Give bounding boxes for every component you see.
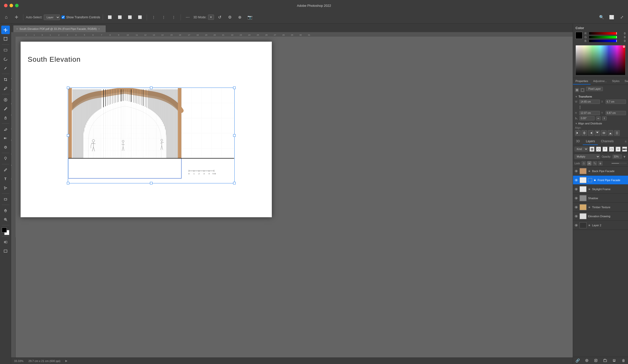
eraser-tool[interactable] — [1, 125, 10, 133]
layer-item-timber[interactable]: Timber Texture — [573, 203, 628, 212]
handle-top-right[interactable] — [233, 87, 236, 89]
x-input[interactable] — [606, 100, 626, 104]
align-h-center-btn[interactable] — [582, 130, 587, 136]
canvas-scroll[interactable]: South Elevation — [16, 37, 573, 357]
search-button[interactable]: 🔍 — [597, 13, 606, 22]
align-left-edge-btn[interactable] — [575, 130, 581, 136]
blur-tool[interactable] — [1, 143, 10, 152]
layer-visibility-back-pipe[interactable] — [574, 169, 578, 173]
auto-select-dropdown[interactable]: Layer Group — [44, 15, 60, 20]
fill-slider[interactable] — [611, 163, 626, 164]
handle-mid-left[interactable] — [67, 134, 69, 137]
tab-close-icon[interactable]: × — [16, 27, 18, 30]
tab-properties[interactable]: Properties — [573, 78, 591, 85]
transform-controls-label[interactable]: Show Transform Controls — [62, 16, 100, 19]
flip-h-btn[interactable]: ⇔ — [596, 116, 601, 120]
shape-tool[interactable] — [1, 195, 10, 203]
w-input[interactable] — [579, 100, 600, 104]
layers-collapse-btn[interactable]: ≡ — [623, 139, 628, 144]
align-right-edge-btn[interactable] — [588, 130, 594, 136]
lock-all-btn[interactable] — [598, 161, 603, 166]
handle-top-center[interactable] — [150, 87, 152, 89]
fullscreen-btn[interactable]: ⤢ — [617, 13, 626, 22]
move-tool[interactable] — [1, 26, 10, 34]
rotate-3d-btn[interactable]: ↺ — [216, 13, 224, 22]
tab-layers[interactable]: Layers — [583, 138, 598, 145]
eyedropper-tool[interactable] — [1, 84, 10, 93]
camera-btn[interactable]: 📷 — [246, 13, 254, 22]
layer-visibility-skylight[interactable] — [574, 187, 578, 191]
tab-adjustments[interactable]: Adjustme... — [591, 78, 609, 85]
layer-visibility-shadow[interactable] — [574, 196, 578, 200]
gradient-tool[interactable] — [1, 134, 10, 142]
window-btn[interactable]: ⬜ — [607, 13, 616, 22]
align-right-btn[interactable]: ⬜ — [126, 13, 134, 22]
layer-visibility-elevation[interactable] — [574, 214, 578, 218]
document-tab[interactable]: × South Elevation PDF.pdf @ 33.3% (Front… — [13, 25, 106, 32]
layer-visibility-front-pipe[interactable] — [574, 178, 578, 182]
stamp-tool[interactable] — [1, 114, 10, 122]
color-swatches[interactable] — [2, 228, 9, 235]
close-button[interactable] — [4, 4, 8, 7]
dist-s-btn[interactable]: ⋮ — [170, 13, 178, 22]
delete-layer-btn[interactable]: 🗑 — [621, 358, 626, 363]
foreground-color-swatch[interactable] — [2, 228, 7, 233]
layer-visibility-layer2[interactable] — [574, 224, 578, 227]
tab-swatches[interactable]: Swatches — [622, 78, 628, 85]
filter-adjustment-btn[interactable] — [596, 147, 601, 152]
filter-active-toggle[interactable] — [622, 147, 627, 152]
opacity-input[interactable] — [612, 155, 622, 159]
align-top-edge-btn[interactable] — [595, 130, 600, 136]
healing-tool[interactable] — [1, 96, 10, 104]
zoom-tool[interactable] — [1, 215, 10, 224]
link-layers-btn[interactable]: 🔗 — [575, 358, 580, 363]
new-layer-btn[interactable] — [612, 358, 617, 363]
layer-item-shadow[interactable]: Shadow — [573, 194, 628, 203]
artboard-tool[interactable] — [1, 35, 10, 43]
move-3d-btn[interactable]: ⊕ — [236, 13, 244, 22]
layer-item-skylight[interactable]: Skylight Frame — [573, 185, 628, 194]
create-group-btn[interactable] — [603, 358, 608, 363]
angle-input[interactable] — [580, 116, 595, 120]
add-mask-btn[interactable] — [593, 358, 598, 363]
lock-art-boards-btn[interactable] — [593, 161, 597, 166]
align-bottom-edge-btn[interactable] — [608, 130, 613, 136]
lock-position-btn[interactable] — [587, 161, 592, 166]
align-center-btn[interactable]: ⬜ — [116, 13, 124, 22]
align-sep-btn[interactable]: ⬜ — [136, 13, 144, 22]
dodge-tool[interactable] — [1, 154, 10, 163]
handle-top-left[interactable] — [67, 87, 69, 89]
filter-shape-btn[interactable] — [609, 147, 614, 152]
3d-mode-select[interactable]: ▾ — [208, 15, 214, 20]
layer-item-back-pipe-facade[interactable]: Back Pipe Facade — [573, 167, 628, 176]
distribute-h-btn[interactable] — [614, 130, 620, 136]
h-input[interactable] — [579, 111, 600, 115]
layer-visibility-timber[interactable] — [574, 205, 578, 209]
dist-h-btn[interactable]: ⋮ — [149, 13, 158, 22]
add-style-btn[interactable] — [584, 358, 589, 363]
type-tool[interactable]: T — [1, 175, 10, 183]
hand-tool[interactable] — [1, 206, 10, 215]
transform-controls-checkbox[interactable] — [62, 16, 65, 19]
status-arrow[interactable]: ▶ — [65, 359, 67, 362]
settings-btn[interactable]: ⚙ — [226, 13, 234, 22]
brush-tool[interactable] — [1, 105, 10, 113]
move-tool-btn[interactable]: ✛ — [12, 13, 21, 22]
filter-type-btn[interactable]: T — [602, 147, 608, 152]
quick-mask-btn[interactable] — [1, 238, 10, 246]
path-select-tool[interactable] — [1, 184, 10, 192]
g-track[interactable] — [589, 36, 617, 38]
kind-select[interactable]: Kind — [574, 147, 588, 152]
filter-smart-btn[interactable] — [615, 147, 621, 152]
y-input[interactable] — [606, 111, 626, 115]
dist-v-btn[interactable]: ⋮ — [160, 13, 168, 22]
magic-wand-tool[interactable] — [1, 64, 10, 72]
handle-bottom-right[interactable] — [233, 182, 236, 184]
pen-tool[interactable] — [1, 166, 10, 174]
handle-mid-right[interactable] — [233, 134, 236, 137]
foreground-swatch[interactable] — [575, 32, 583, 39]
handle-bottom-left[interactable] — [67, 182, 69, 184]
home-button[interactable]: ⌂ — [2, 13, 11, 22]
filter-pixel-btn[interactable] — [589, 147, 595, 152]
b-track[interactable] — [589, 40, 617, 42]
